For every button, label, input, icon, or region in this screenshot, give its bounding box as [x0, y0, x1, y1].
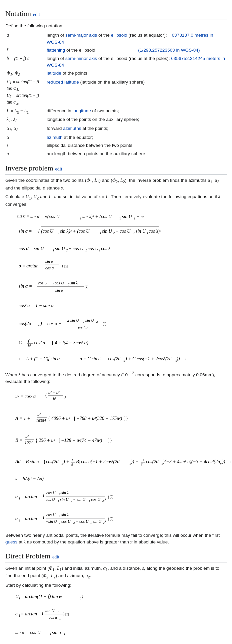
var-b-symbol: b = (1 − f) a [5, 55, 45, 70]
eq1-sin-sigma: sin σ = √ (cos U 2 sin λ)² + (cos U 1 si… [19, 225, 227, 241]
inverse-final-equations: u² = cos² α ( a² − b² b² ) A = 1 + u² 16… [15, 387, 227, 530]
var-phi-desc: latitude of the points; [45, 69, 227, 78]
svg-text:sin λ)² + (cos U: sin λ)² + (cos U [60, 229, 90, 234]
svg-text:}: } [126, 416, 128, 421]
var-alpha-equator-desc: azimuth at the equator; [45, 134, 227, 142]
inverse-edit[interactable]: edit [55, 165, 62, 172]
svg-text:2: 2 [80, 216, 81, 220]
svg-text:sin U: sin U [60, 497, 69, 502]
var-a-symbol: a [5, 31, 45, 46]
eq-sinalpha-direct: sin α = cos U 1 sin α 1 [15, 627, 227, 640]
var-L-symbol: L = L2 − L1 [5, 107, 45, 116]
direct-edit[interactable]: edit [52, 553, 59, 560]
eq5-cos2-alpha: cos² α = 1 − sin² α [19, 300, 227, 314]
svg-text:]: ] [124, 416, 126, 421]
svg-text:cos² α: cos² α [78, 325, 88, 330]
eq-cos2alpha-direct: cos² α = 1 − sin² α [15, 641, 227, 644]
var-alpha-equator-symbol: α [5, 134, 45, 142]
notation-heading: Notation edit [5, 8, 227, 20]
svg-text:16: 16 [27, 343, 31, 347]
svg-text:f: f [28, 339, 30, 343]
svg-text:tan U: tan U [45, 608, 55, 613]
svg-text:]: ] [108, 438, 110, 443]
svg-text:= arctan: = arctan [21, 494, 37, 499]
var-s-symbol: s [5, 142, 45, 150]
svg-text:1: 1 [90, 521, 92, 524]
var-a: a length of semi-major axis of the ellip… [5, 31, 227, 46]
svg-text:u²: u² [25, 434, 29, 439]
var-alpha-azimuths: α1, α2 forward azimuths at the points; [5, 125, 227, 134]
notation-edit[interactable]: edit [33, 11, 40, 18]
svg-text:cos(2σ: cos(2σ [108, 356, 121, 362]
svg-text:= arctan((1 − f) tan φ: = arctan((1 − f) tan φ [21, 594, 62, 599]
svg-text:): ) [108, 494, 109, 499]
svg-text:sin λ)² + (cos U: sin λ)² + (cos U [82, 214, 112, 219]
svg-text:(: ( [43, 515, 44, 520]
direct-section: Direct Problem edit Given an initial poi… [5, 550, 227, 644]
svg-text:[2]: [2] [110, 495, 113, 499]
svg-text:−768 + u²(320 − 175u²): −768 + u²(320 − 175u²) [76, 416, 122, 421]
svg-text:cos U: cos U [91, 497, 101, 502]
svg-text:1: 1 [19, 614, 20, 617]
svg-text:cos σ = sin U: cos σ = sin U [19, 246, 44, 251]
svg-text:2: 2 [59, 492, 61, 496]
svg-text:1024: 1024 [25, 440, 33, 445]
svg-text:2: 2 [99, 248, 100, 252]
svg-text:+ cos U: + cos U [76, 519, 89, 524]
eq2-cos-sigma: cos σ = sin U 1 sin U 2 + cos U 1 cos U … [19, 243, 227, 257]
svg-text:6: 6 [141, 463, 143, 467]
inverse-antipodal: Between two nearly antipodal points, the… [5, 532, 227, 546]
var-sigma-symbol: σ [5, 150, 45, 158]
svg-text:√: √ [37, 229, 40, 234]
var-a-desc: length of semi-major axis of the ellipso… [45, 31, 227, 46]
var-lambda: λ1, λ2 longitude of the points on the au… [5, 116, 227, 125]
svg-text:4 + f(4 − 3cos² α): 4 + f(4 − 3cos² α) [55, 340, 88, 346]
eq8-lambda: λ = L + (1 − C)f sin α { σ + C sin σ [ c… [19, 352, 227, 368]
svg-text:sin U: sin U [122, 214, 132, 219]
svg-text:): ) [63, 611, 64, 616]
svg-text:cos α: cos α [49, 615, 57, 620]
svg-text:{: { [35, 438, 38, 443]
svg-text:4096 + u²: 4096 + u² [51, 416, 70, 421]
svg-text:− sin U: − sin U [73, 497, 86, 502]
svg-text:[2]: [2] [110, 517, 113, 521]
svg-text:) +: ) + [63, 459, 69, 465]
svg-text:2: 2 [68, 283, 70, 286]
svg-text:[: [ [74, 416, 76, 421]
svg-text:1: 1 [59, 521, 61, 524]
inverse-convergence: When λ has converged to the desired degr… [5, 370, 227, 385]
svg-text:= arctan: = arctan [21, 516, 37, 521]
svg-text:1: 1 [59, 514, 61, 518]
svg-text:−128 + u²(74 − 47u²): −128 + u²(74 − 47u²) [61, 438, 102, 443]
var-lambda-symbol: λ1, λ2 [5, 116, 45, 125]
svg-text:− cos U: − cos U [136, 214, 144, 219]
eq-delta-sigma: Δσ = B sin σ { cos(2σ m ) + 1 4 B [ cos … [15, 453, 227, 472]
svg-text:α: α [15, 494, 18, 499]
direct-title: Direct Problem [5, 550, 50, 561]
eq-u2: u² = cos² α ( a² − b² b² ) [15, 387, 227, 408]
svg-text:1: 1 [71, 458, 73, 462]
svg-text:1: 1 [147, 231, 148, 235]
eq-alpha1: α 1 = arctan ( cos U 2 sin λ cos U 1 sin… [15, 487, 227, 508]
svg-text:1: 1 [58, 499, 59, 502]
eq-A: A = 1 + u² 16384 { 4096 + u² [ −768 + u²… [15, 409, 227, 430]
eq6-cos2sigma: cos(2σ m ) = cos σ − 2 sin U 1 sin U 2 c… [19, 315, 227, 336]
svg-text:2: 2 [96, 320, 98, 323]
var-f-desc: flattening of the ellipsoid; (1/298.2572… [45, 46, 227, 54]
svg-text:)(−3 + 4sin² σ)(−3 + 4cos²(2σ: )(−3 + 4sin² σ)(−3 + 4cos²(2σ [163, 459, 220, 465]
direct-intro: Given an initial point (Φ1, L1) and init… [5, 565, 227, 580]
svg-text:cos U: cos U [46, 490, 56, 495]
var-sigma: σ arc length between points on the auxil… [5, 150, 227, 158]
eq3-sigma: σ = arctan sin σ cos σ [1][2] [19, 258, 227, 277]
svg-text:cos(2σ: cos(2σ [46, 459, 59, 465]
svg-text:cos σ: cos σ [45, 266, 54, 270]
svg-text:sin U: sin U [136, 229, 146, 234]
svg-text:1: 1 [119, 216, 121, 220]
svg-text:1: 1 [100, 231, 101, 235]
svg-text:(cos U: (cos U [41, 229, 54, 234]
svg-text:1: 1 [53, 248, 54, 252]
var-L: L = L2 − L1 difference in longitude of t… [5, 107, 227, 116]
svg-text:)): )) [222, 459, 225, 465]
svg-text:2: 2 [134, 216, 135, 220]
inverse-heading: Inverse problem edit [5, 162, 227, 174]
